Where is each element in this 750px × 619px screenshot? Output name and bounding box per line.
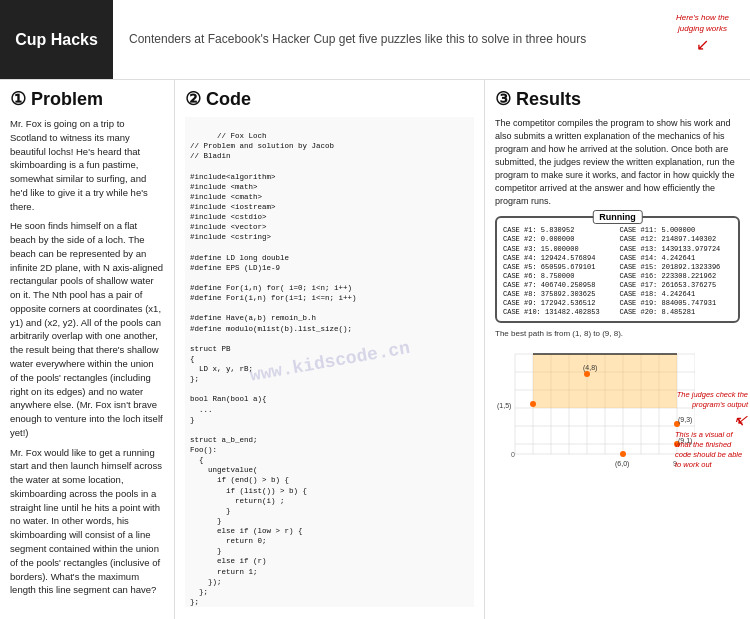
svg-rect-18 bbox=[533, 354, 677, 408]
judging-callout-text: Here's how the judging works bbox=[665, 12, 740, 34]
code-content: // Fox Loch // Problem and solution by J… bbox=[190, 132, 357, 607]
case-12: CASE #12: 214897.140302 bbox=[620, 235, 733, 244]
case-15: CASE #15: 201892.1323396 bbox=[620, 263, 733, 272]
visual-callout: ↖ This is a visual of what the finished … bbox=[675, 412, 745, 469]
cases-list: CASE #1: 5.830952 CASE #2: 0.000000 CASE… bbox=[503, 226, 732, 317]
problem-para-1: Mr. Fox is going on a trip to Scotland t… bbox=[10, 117, 164, 213]
results-description: The competitor compiles the program to s… bbox=[495, 117, 740, 208]
case-17: CASE #17: 261653.376275 bbox=[620, 281, 733, 290]
visual-callout-text: This is a visual of what the finished co… bbox=[675, 430, 742, 468]
case-16: CASE #16: 223308.221962 bbox=[620, 272, 733, 281]
case-9: CASE #9: 172942.536512 bbox=[503, 299, 616, 308]
results-number: ③ bbox=[495, 89, 511, 109]
code-block: // Fox Loch // Problem and solution by J… bbox=[185, 117, 474, 607]
svg-point-20 bbox=[584, 371, 590, 377]
header-tagline: Contenders at Facebook's Hacker Cup get … bbox=[113, 31, 586, 48]
case-11: CASE #11: 5.000000 bbox=[620, 226, 733, 235]
svg-text:(1,5): (1,5) bbox=[497, 402, 511, 410]
case-6: CASE #6: 8.750000 bbox=[503, 272, 616, 281]
svg-text:(6,0): (6,0) bbox=[615, 460, 629, 468]
judging-callout: Here's how the judging works ↙ bbox=[665, 12, 740, 57]
case-14: CASE #14: 4.242641 bbox=[620, 254, 733, 263]
case-3: CASE #3: 15.000000 bbox=[503, 245, 616, 254]
running-box: Running CASE #1: 5.830952 CASE #2: 0.000… bbox=[495, 216, 740, 323]
case-8: CASE #8: 375892.303625 bbox=[503, 290, 616, 299]
logo-text: Cup Hacks bbox=[15, 31, 98, 49]
case-4: CASE #4: 129424.576894 bbox=[503, 254, 616, 263]
problem-para-2: He soon finds himself on a flat beach by… bbox=[10, 219, 164, 439]
best-path-label: The best path is from (1, 8) to (9, 8). bbox=[495, 329, 740, 338]
case-19: CASE #19: 884005.747931 bbox=[620, 299, 733, 308]
logo: Cup Hacks bbox=[0, 0, 113, 79]
problem-number: ① bbox=[10, 89, 26, 109]
grid-area: (4,8) (1,5) (9,3) (9,1) (6,0) 0 9 ↖ This… bbox=[495, 344, 740, 474]
problem-title-text: Problem bbox=[31, 89, 103, 109]
code-title-text: Code bbox=[206, 89, 251, 109]
svg-point-24 bbox=[620, 451, 626, 457]
results-column: ③ Results The competitor compiles the pr… bbox=[485, 80, 750, 619]
results-title: ③ Results bbox=[495, 88, 740, 110]
main-content: ① Problem Mr. Fox is going on a trip to … bbox=[0, 79, 750, 619]
case-7: CASE #7: 406740.250958 bbox=[503, 281, 616, 290]
case-18: CASE #18: 4.242641 bbox=[620, 290, 733, 299]
watermark: www.kidscode.cn bbox=[248, 336, 412, 388]
case-13: CASE #13: 1439133.979724 bbox=[620, 245, 733, 254]
header: Cup Hacks Contenders at Facebook's Hacke… bbox=[0, 0, 750, 79]
svg-point-21 bbox=[530, 401, 536, 407]
case-2: CASE #2: 0.000000 bbox=[503, 235, 616, 244]
code-number: ② bbox=[185, 89, 201, 109]
problem-column: ① Problem Mr. Fox is going on a trip to … bbox=[0, 80, 175, 619]
code-column: ② Code Each problem tends to require a f… bbox=[175, 80, 485, 619]
case-20: CASE #20: 8.485281 bbox=[620, 308, 733, 317]
svg-text:(4,8): (4,8) bbox=[583, 364, 597, 372]
running-label: Running bbox=[592, 210, 643, 224]
case-1: CASE #1: 5.830952 bbox=[503, 226, 616, 235]
problem-title: ① Problem bbox=[10, 88, 164, 110]
case-10: CASE #10: 131482.402853 bbox=[503, 308, 616, 317]
grid-svg: (4,8) (1,5) (9,3) (9,1) (6,0) 0 9 bbox=[495, 344, 695, 474]
code-title: ② Code bbox=[185, 88, 474, 110]
svg-text:0: 0 bbox=[511, 451, 515, 458]
problem-para-3: Mr. Fox would like to get a running star… bbox=[10, 446, 164, 597]
results-title-text: Results bbox=[516, 89, 581, 109]
case-5: CASE #5: 650595.679101 bbox=[503, 263, 616, 272]
